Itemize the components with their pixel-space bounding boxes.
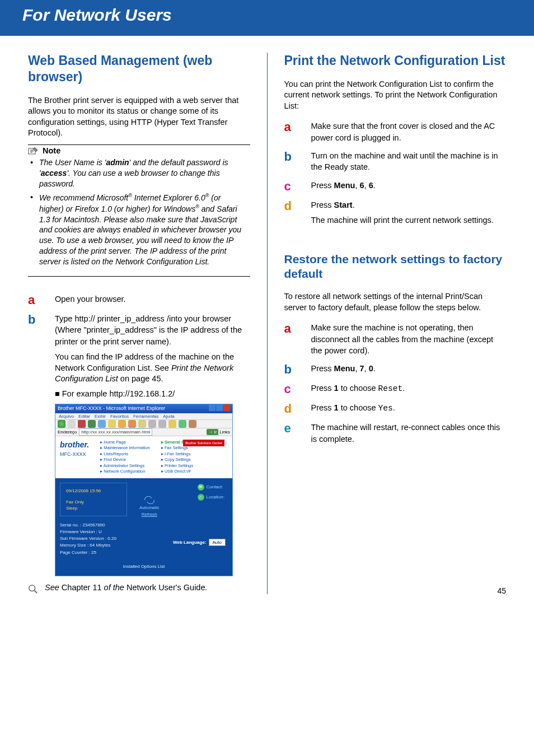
ie-content: brother. MFC-XXXX ▸ Home Page ▸ Maintena… [55,436,232,576]
step-letter-b: b [284,150,311,163]
step-letter-e: e [284,422,311,435]
ie-toolbar [55,420,232,428]
refresh-icon [88,420,96,428]
left-column: Web Based Management (web browser) The B… [28,53,250,594]
note-box: Note The User Name is 'admin' and the de… [28,144,250,277]
step-letter-a: a [284,322,311,335]
step-letter-d: d [284,199,311,212]
ie-menubar: ArquivoEditarExibirFavoritosFerramentasA… [55,413,232,420]
contact-location: ✉Contact: ⌂Location: [198,484,224,501]
section-heading-print-netconf: Print the Network Configuration List [284,53,507,69]
ie-address-bar: Endereçohttp://xx.xxx.xx.xxx/main/main.h… [55,428,232,436]
favorites-icon [118,420,126,428]
print-step-b: b Turn on the machine and wait until the… [284,150,507,173]
note-label: Note [43,146,60,155]
restore-step-b: b Press Menu, 7, 0. [284,363,507,376]
svg-rect-1 [209,404,216,411]
forward-icon [68,420,76,428]
status-panel: 09/12/2008 15:56 Fax Only Sleep Automati… [55,478,232,576]
step-b-body: Type http:// printer_ip_address /into yo… [55,313,250,576]
intro-restore: To restore all network settings of the i… [284,291,507,313]
restore-step-c: c Press 1 to choose Reset. [284,382,507,395]
left-link-column: ▸ Home Page ▸ Maintenance Information ▸ … [100,440,150,475]
two-column-layout: Web Based Management (web browser) The B… [0,36,534,605]
home-icon [98,420,106,428]
pencil-note-icon [28,146,39,155]
auto-refresh: Automatic Refresh [139,496,160,517]
web-language-selector: Web Language:Auto [173,539,226,546]
section-heading-web-mgmt: Web Based Management (web browser) [28,53,250,85]
restore-step-e: e The machine will restart, re-connect c… [284,422,507,445]
location-icon: ⌂ [198,494,204,501]
messenger-icon [179,420,186,428]
svg-point-4 [29,585,35,591]
svg-line-5 [35,591,37,594]
stop-icon [78,420,86,428]
edit-icon [158,420,166,428]
step-letter-c: c [284,180,311,193]
note-body: The User Name is 'admin' and the default… [28,157,250,267]
svg-rect-3 [223,404,230,411]
see-reference: See Chapter 11 of the Network User's Gui… [28,583,250,594]
magnifier-icon [28,584,38,594]
step-letter-c: c [284,382,311,395]
step-letter-b: b [28,313,55,326]
page-banner: For Network Users [0,0,534,36]
step-letter-b: b [284,363,311,376]
print-step-d: d Press Start. The machine will print th… [284,199,507,230]
model-name: MFC-XXXX [60,451,89,458]
back-icon [58,420,65,428]
lcd-display: 09/12/2008 15:56 Fax Only Sleep [60,483,127,516]
brother-logo: brother. [60,440,89,451]
restore-step-d: d Press 1 to choose Yes. [284,402,507,415]
step-letter-a: a [284,120,311,133]
restore-step-a: a Make sure the machine is not operating… [284,322,507,356]
note-item-2: We recommend Microsoft® Internet Explore… [37,192,247,267]
column-divider [267,53,268,594]
window-controls-icon [209,404,230,413]
installed-options-link: Installed Options List [60,563,228,570]
mail-icon [138,420,146,428]
print-icon [148,420,156,428]
ie-titlebar: Brother MFC-XXXX - Microsoft Internet Ex… [55,404,232,413]
research-icon [189,420,196,428]
print-step-c: c Press Menu, 6, 6. [284,180,507,193]
section-heading-restore: Restore the network settings to factory … [284,252,507,282]
step-letter-a: a [28,293,55,306]
note-header: Note [28,146,250,155]
search-icon [108,420,116,428]
svg-rect-2 [216,404,223,411]
print-step-a: a Make sure that the front cover is clos… [284,120,507,143]
step-letter-d: d [284,402,311,415]
note-item-1: The User Name is 'admin' and the default… [37,157,247,189]
refresh-arrows-icon [144,496,155,504]
intro-print-netconf: You can print the Network Configuration … [284,79,507,112]
right-column: Print the Network Configuration List You… [284,53,507,594]
history-icon [128,420,136,428]
browser-screenshot: Brother MFC-XXXX - Microsoft Internet Ex… [55,404,233,576]
step-b-type-url: b Type http:// printer_ip_address /into … [28,313,250,576]
page-number: 45 [497,586,506,595]
step-a-open-browser: a Open your browser. [28,293,250,306]
solutions-center-button: Brother Solutions Center [183,440,224,446]
folder-icon [168,420,176,428]
step-a-body: Open your browser. [55,293,250,305]
intro-paragraph: The Brother print server is equipped wit… [28,95,250,139]
contact-icon: ✉ [198,484,204,491]
